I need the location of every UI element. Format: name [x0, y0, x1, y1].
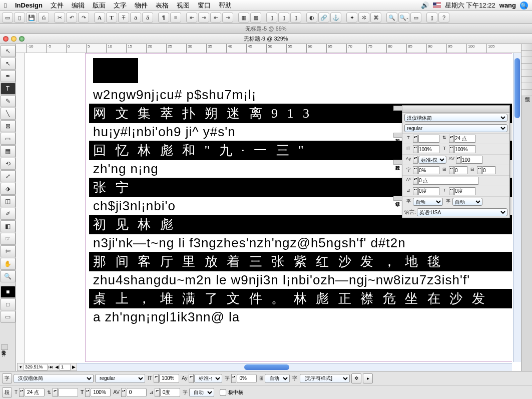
strikethrough-button[interactable]: T [118, 13, 129, 23]
horizontal-ruler[interactable]: -10-505101520253035404550556065707580859… [16, 44, 521, 53]
stepper[interactable]: ▴▾ [155, 388, 160, 397]
document-tab-active[interactable]: 无标题-9 @ 329% [0, 34, 532, 44]
zoom-window-button[interactable] [19, 36, 25, 42]
horizontal-scrollbar[interactable]: ▾ ⏮ ◀ ▶ [25, 363, 512, 371]
spotlight-icon[interactable]: 🔍 [520, 2, 528, 10]
page-button[interactable]: ▯ [426, 13, 437, 23]
fit-button[interactable]: ▭ [410, 13, 421, 23]
rotate-tool[interactable]: ⟲ [1, 158, 16, 170]
page-prev-icon[interactable]: ◀ [54, 364, 60, 369]
apple-menu-icon[interactable]:  [0, 2, 11, 10]
script-button[interactable]: ⌘ [370, 13, 381, 23]
text-line[interactable]: 那 间 客 厅 里 放 着 三 张 紫 红 沙 发 ， 地 毯 [89, 252, 512, 271]
hscale-input[interactable] [454, 145, 475, 153]
line-tool[interactable]: ╲ [1, 108, 16, 120]
transform-side-tab[interactable]: 变换 齐 [1, 344, 8, 350]
link-button[interactable]: 🔗 [318, 13, 329, 23]
stepper[interactable]: ▴▾ [19, 388, 24, 397]
ctrl-size[interactable] [25, 388, 45, 397]
cut-button[interactable]: ✂ [54, 13, 65, 23]
vertical-scrollbar[interactable] [513, 53, 521, 362]
stepper[interactable]: ▴▾ [449, 135, 454, 143]
document-tab-inactive[interactable]: 无标题-5 @ 69% [0, 24, 532, 34]
ctrl-char-style[interactable]: [无字符样式] [300, 374, 350, 383]
ctrl-style-select[interactable]: regular [95, 374, 145, 383]
fill-swatch[interactable]: ■ [1, 286, 16, 298]
grid-tool[interactable]: ▦ [1, 145, 16, 157]
rectangle-tool[interactable]: ▭ [1, 133, 16, 145]
ctrl-font-select[interactable]: 汉仪楷体简 [14, 374, 94, 383]
text-line[interactable]: n3ji'nk—t~ng li f3ngzhes'nzh'ngz@h5ngsh'… [89, 234, 512, 252]
input-source-flag-icon[interactable] [433, 3, 441, 8]
ctrl-char[interactable] [237, 374, 257, 383]
frame-button[interactable]: ▦ [238, 13, 249, 23]
panel-header[interactable] [402, 106, 509, 113]
para-mode-button[interactable]: 段 [2, 387, 12, 397]
panel-tab-para-style[interactable]: 段落样式 [393, 160, 402, 165]
scissors-tool[interactable]: ✄ [1, 245, 16, 257]
type-tool[interactable]: T [1, 83, 16, 95]
stepper[interactable]: ▴▾ [449, 187, 454, 195]
stepper[interactable]: ▴▾ [189, 374, 194, 383]
stepper[interactable]: ▴▾ [477, 166, 482, 174]
char-mode-button[interactable]: 字 [2, 373, 12, 383]
scroll-thumb[interactable] [244, 364, 289, 370]
free-transform-tool[interactable]: ◫ [1, 195, 16, 207]
pencil-tool[interactable]: ✎ [1, 95, 16, 107]
stepper[interactable]: ▴▾ [413, 135, 418, 143]
indent-button[interactable]: ⇥ [222, 13, 233, 23]
panel-tab[interactable]: 透明度 [521, 83, 532, 90]
ctrl-vscale[interactable] [159, 374, 179, 383]
menu-layout[interactable]: 版面 [89, 1, 110, 10]
auto-a-select[interactable]: 自动 [413, 198, 443, 206]
menu-object[interactable]: 物件 [131, 1, 152, 10]
page-first-icon[interactable]: ⏮ [48, 364, 54, 369]
ctrl-hscale[interactable] [91, 388, 111, 397]
ctrl-kerning[interactable]: 标准-仅 [194, 374, 222, 383]
scroll-thumb[interactable] [514, 58, 520, 118]
align-btn-3[interactable]: ▯ [290, 13, 301, 23]
anchor-button[interactable]: ⚓ [330, 13, 341, 23]
menu-table[interactable]: 表格 [152, 1, 173, 10]
page-input[interactable] [60, 364, 71, 370]
stepper[interactable]: ▴▾ [449, 166, 454, 174]
scale-tool[interactable]: ⤢ [1, 170, 16, 182]
char-panel-button[interactable]: a [130, 13, 141, 23]
kumi2-input[interactable] [482, 166, 495, 174]
frame2-button[interactable]: ▩ [250, 13, 261, 23]
zoom-in-button[interactable]: 🔍+ [386, 13, 397, 23]
baseline-input[interactable] [418, 177, 478, 185]
text-line[interactable]: w2ngw9nj¡cu# p$shu7m¡l¡ [89, 86, 512, 104]
textwrap-button[interactable]: ◐ [306, 13, 317, 23]
auto-b-select[interactable]: 自动 [452, 198, 482, 206]
language-select[interactable]: 英语:USA [417, 208, 507, 216]
char-spacing-input[interactable] [418, 166, 439, 174]
para-panel-button[interactable]: ≡ [170, 13, 181, 23]
outdent-button[interactable]: ⇤ [210, 13, 221, 23]
stepper[interactable]: ▴▾ [413, 156, 418, 164]
app-name[interactable]: InDesign [11, 2, 47, 9]
stroke-swatch[interactable]: □ [1, 298, 16, 310]
menu-window[interactable]: 窗口 [194, 1, 215, 10]
panel-tab-paragraph[interactable]: 段落 [393, 133, 402, 138]
align-btn-2[interactable]: ▯ [278, 13, 289, 23]
leading-input[interactable] [454, 135, 475, 143]
zoom-out-button[interactable]: 🔍- [398, 13, 409, 23]
character-panel[interactable]: 文字 段落 段落样式 字符样式 汉仪楷体简 regular T▴▾ ⇅▴▾ IT… [402, 105, 510, 218]
rotate-input[interactable] [454, 187, 475, 195]
vertical-ruler[interactable] [16, 53, 25, 371]
eyedropper-tool[interactable]: ✐ [1, 208, 16, 220]
button-tool[interactable]: ☞ [1, 233, 16, 245]
page-next-icon[interactable]: ▶ [71, 364, 77, 369]
pilcrow-button[interactable]: ¶ [158, 13, 169, 23]
stepper[interactable]: ▴▾ [154, 374, 159, 383]
hand-tool[interactable]: ✋ [1, 258, 16, 270]
gear-button[interactable]: ✲ [358, 13, 369, 23]
bold-button[interactable]: A [94, 13, 105, 23]
menu-help[interactable]: 帮助 [215, 1, 236, 10]
new-doc-button[interactable]: ▭ [2, 13, 13, 23]
indent-left-button[interactable]: ⇤ [186, 13, 197, 23]
pen-tool[interactable]: ✒ [1, 70, 16, 82]
align-btn-1[interactable]: ▯ [266, 13, 277, 23]
gradient-tool[interactable]: ◧ [1, 220, 16, 232]
